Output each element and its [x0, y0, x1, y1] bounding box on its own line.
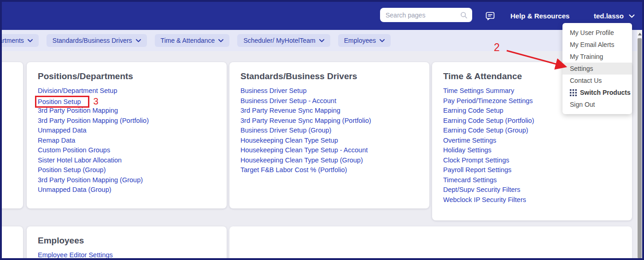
card-standards-business-drivers: Standards/Business DriversBusiness Drive… — [229, 62, 429, 208]
link-dept-supv-security-filters[interactable]: Dept/Supv Security Filters — [443, 186, 521, 193]
menu-item-switch-products[interactable]: Switch Products — [562, 87, 632, 98]
chevron-down-icon — [218, 39, 223, 42]
link-target-f-b-labor-cost-portfolio[interactable]: Target F&B Labor Cost % (Portfolio) — [240, 166, 347, 173]
partial-card-bottom — [229, 226, 632, 260]
list-item: Holiday Settings — [443, 145, 621, 155]
chevron-down-icon — [319, 39, 324, 42]
grid-icon — [570, 89, 577, 96]
list-item: Position Setup3 — [38, 96, 216, 106]
list-item: Custom Position Groups — [38, 145, 216, 155]
link-webclock-ip-security-filters[interactable]: Webclock IP Security Filters — [443, 196, 526, 203]
menu-item-label: Sign Out — [570, 101, 595, 108]
link-sister-hotel-labor-allocation[interactable]: Sister Hotel Labor Allocation — [38, 156, 122, 164]
help-resources-link[interactable]: Help & Resources — [510, 12, 569, 20]
menu-item-my-user-profile[interactable]: My User Profile — [562, 27, 632, 39]
list-item: Overtime Settings — [443, 135, 621, 145]
card-links: Business Driver SetupBusiness Driver Set… — [240, 86, 418, 175]
search-input[interactable] — [380, 8, 472, 22]
nav-item-employees[interactable]: Employees — [338, 34, 391, 47]
chevron-down-icon — [136, 39, 141, 42]
menu-item-sign-out[interactable]: Sign Out — [562, 98, 632, 110]
link-business-driver-setup-group[interactable]: Business Driver Setup (Group) — [240, 127, 331, 134]
user-dropdown-menu: My User ProfileMy Email AlertsMy Trainin… — [562, 23, 632, 114]
list-item: Business Driver Setup - Account — [240, 96, 418, 106]
list-item: Webclock IP Security Filters — [443, 195, 621, 205]
link-overtime-settings[interactable]: Overtime Settings — [443, 137, 496, 144]
menu-item-label: My User Profile — [570, 29, 614, 36]
list-item: Division/Department Setup — [38, 86, 216, 96]
nav-item-time-attendance[interactable]: Time & Attendance — [155, 34, 230, 47]
nav-item-label: Positions/Departments — [2, 37, 24, 44]
nav-item-positions-departments[interactable]: Positions/Departments — [2, 34, 39, 47]
partial-card-left-top — [0, 62, 23, 208]
link-position-setup-group[interactable]: Position Setup (Group) — [38, 166, 106, 173]
link-unmapped-data-group[interactable]: Unmapped Data (Group) — [38, 186, 111, 193]
link-earning-code-setup-group[interactable]: Earning Code Setup (Group) — [443, 127, 528, 134]
list-item: Payroll Report Settings — [443, 165, 621, 175]
menu-item-contact-us[interactable]: Contact Us — [562, 75, 632, 87]
link-clock-prompt-settings[interactable]: Clock Prompt Settings — [443, 156, 509, 164]
scrollbar-thumb[interactable] — [638, 38, 642, 258]
link-housekeeping-clean-type-setup[interactable]: Housekeeping Clean Type Setup — [240, 137, 338, 144]
card-links: Division/Department SetupPosition Setup3… — [38, 86, 216, 195]
link-earning-code-setup-portfolio[interactable]: Earning Code Setup (Portfolio) — [443, 117, 534, 124]
list-item: 3rd Party Position Mapping — [38, 105, 216, 116]
list-item: 3rd Party Position Mapping (Group) — [38, 175, 216, 185]
list-item: 3rd Party Revenue Sync Mapping — [240, 105, 418, 116]
search-icon — [460, 12, 468, 19]
menu-item-my-email-alerts[interactable]: My Email Alerts — [562, 39, 632, 51]
link-holiday-settings[interactable]: Holiday Settings — [443, 146, 492, 154]
card-title: Positions/Departments — [38, 71, 216, 81]
menu-item-label: My Training — [570, 53, 603, 60]
chat-icon[interactable] — [485, 11, 496, 22]
link-3rd-party-position-mapping-group[interactable]: 3rd Party Position Mapping (Group) — [38, 176, 143, 184]
module-nav: Positions/DepartmentsStandards/Business … — [2, 30, 642, 51]
link-housekeeping-clean-type-setup-group[interactable]: Housekeeping Clean Type Setup (Group) — [240, 156, 363, 164]
list-item: 3rd Party Revenue Sync Mapping (Portfoli… — [240, 116, 418, 126]
nav-item-scheduler-myhotelteam[interactable]: Scheduler/ MyHotelTeam — [237, 34, 330, 47]
menu-item-label: Settings — [570, 65, 593, 72]
link-division-department-setup[interactable]: Division/Department Setup — [38, 87, 117, 94]
nav-item-label: Scheduler/ MyHotelTeam — [243, 37, 315, 44]
menu-item-label: Contact Us — [570, 77, 602, 84]
vertical-scrollbar[interactable] — [637, 30, 642, 258]
link-business-driver-setup-account[interactable]: Business Driver Setup - Account — [240, 97, 336, 104]
list-item: Target F&B Labor Cost % (Portfolio) — [240, 165, 418, 175]
link-time-settings-summary[interactable]: Time Settings Summary — [443, 87, 514, 94]
chevron-down-icon — [629, 14, 635, 18]
list-item: Housekeeping Clean Type Setup — [240, 135, 418, 145]
link-payroll-report-settings[interactable]: Payroll Report Settings — [443, 166, 511, 173]
link-pay-period-timezone-settings[interactable]: Pay Period/Timezone Settings — [443, 97, 533, 104]
link-3rd-party-position-mapping[interactable]: 3rd Party Position Mapping — [38, 107, 118, 114]
list-item: Unmapped Data (Group) — [38, 185, 216, 195]
menu-item-settings[interactable]: Settings — [562, 63, 632, 75]
annotation-step-2: 2 — [494, 41, 500, 54]
link-housekeeping-clean-type-setup-account[interactable]: Housekeeping Clean Type Setup - Account — [240, 146, 368, 154]
link-employee-editor-settings[interactable]: Employee Editor Settings — [38, 251, 113, 259]
link-custom-position-groups[interactable]: Custom Position Groups — [38, 146, 110, 154]
card-title: Standards/Business Drivers — [240, 71, 418, 81]
nav-item-standards-business-drivers[interactable]: Standards/Business Drivers — [47, 34, 147, 47]
scroll-up-arrow-icon[interactable] — [638, 33, 642, 35]
link-unmapped-data[interactable]: Unmapped Data — [38, 127, 87, 134]
list-item: Earning Code Setup (Portfolio) — [443, 116, 621, 126]
link-timecard-settings[interactable]: Timecard Settings — [443, 176, 497, 184]
list-item: Housekeeping Clean Type Setup - Account — [240, 145, 418, 155]
link-remap-data[interactable]: Remap Data — [38, 137, 75, 144]
partial-card-left-bottom — [0, 226, 23, 260]
menu-item-my-training[interactable]: My Training — [562, 51, 632, 63]
menu-item-label: Switch Products — [580, 89, 631, 96]
link-position-setup[interactable]: Position Setup — [38, 98, 81, 105]
link-earning-code-setup[interactable]: Earning Code Setup — [443, 107, 503, 114]
link-business-driver-setup[interactable]: Business Driver Setup — [240, 87, 306, 94]
list-item: Position Setup (Group) — [38, 165, 216, 175]
link-3rd-party-position-mapping-portfolio[interactable]: 3rd Party Position Mapping (Portfolio) — [38, 117, 149, 124]
link-3rd-party-revenue-sync-mapping[interactable]: 3rd Party Revenue Sync Mapping — [240, 107, 340, 114]
step-3-label: 3 — [94, 96, 99, 106]
link-3rd-party-revenue-sync-mapping-portfolio[interactable]: 3rd Party Revenue Sync Mapping (Portfoli… — [240, 117, 371, 124]
search-box — [380, 8, 472, 22]
nav-item-label: Standards/Business Drivers — [53, 37, 132, 44]
user-menu-trigger[interactable]: ted.lasso — [594, 12, 635, 20]
list-item: Sister Hotel Labor Allocation — [38, 155, 216, 165]
list-item: Housekeeping Clean Type Setup (Group) — [240, 155, 418, 165]
